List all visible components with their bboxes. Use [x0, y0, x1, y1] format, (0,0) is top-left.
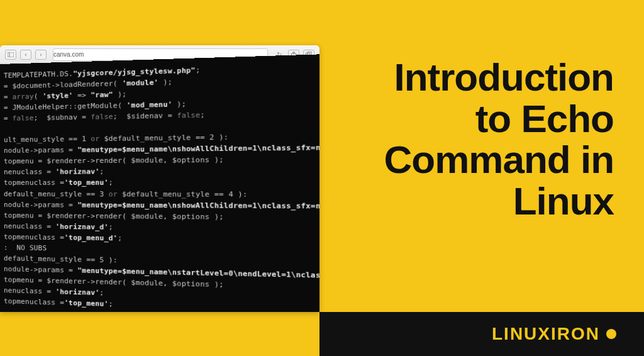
- headline-line: Linux: [384, 181, 614, 222]
- headline: Introduction to Echo Command in Linux: [384, 57, 614, 222]
- nav-back-icon[interactable]: ‹: [20, 50, 31, 60]
- headline-line: Introduction: [384, 57, 614, 98]
- browser-window: ‹ › canva.com ↻ TEMPLATEPATH.DS."yjsgcor…: [0, 45, 319, 312]
- brand-dot-icon: [606, 329, 616, 339]
- code-viewport: TEMPLATEPATH.DS."yjsgcore/yjsg_stylesw.p…: [0, 53, 319, 312]
- address-url: canva.com: [53, 51, 84, 58]
- sidebar-toggle-icon[interactable]: [5, 50, 16, 60]
- headline-line: Command in: [384, 139, 614, 181]
- nav-forward-icon[interactable]: ›: [35, 50, 47, 60]
- code-block: TEMPLATEPATH.DS."yjsgcore/yjsg_stylesw.p…: [4, 60, 319, 312]
- brand-text: LINUXIRON: [492, 324, 600, 344]
- svg-rect-0: [8, 52, 14, 57]
- headline-line: to Echo: [384, 98, 614, 140]
- footer-bar: LINUXIRON: [319, 312, 644, 356]
